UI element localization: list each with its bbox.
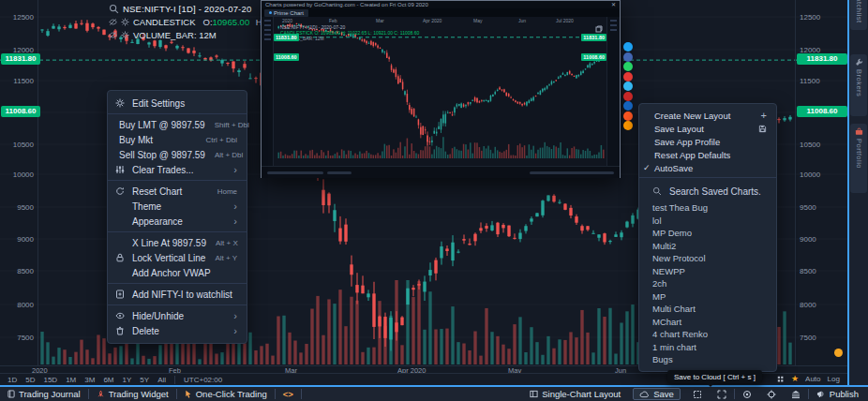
menu-item-add-to-watchlist[interactable]: Add NIFTY-I to watchlist: [108, 287, 247, 302]
trading-journal-button[interactable]: Trading Journal: [0, 387, 88, 401]
eye-off-icon[interactable]: [109, 18, 117, 26]
price-tick: 7500: [0, 334, 34, 342]
menu-item-lock-vertical-line[interactable]: Lock Vertical Line Alt + Y: [108, 250, 247, 265]
gear-icon[interactable]: [121, 31, 129, 39]
timeframe-15d[interactable]: 15D: [43, 376, 57, 384]
menu-item-edit-settings[interactable]: Edit Settings: [108, 96, 247, 111]
timeframe-5y[interactable]: 5Y: [140, 376, 149, 384]
refresh-icon: [115, 186, 127, 196]
screenshot-button[interactable]: [685, 387, 710, 401]
single-chart-layout-button[interactable]: Single-Chart Layout: [522, 387, 628, 401]
timeframe-1m[interactable]: 1M: [66, 376, 76, 384]
menu-item-hide-unhide[interactable]: Hide/Unhide ›: [108, 308, 247, 323]
code-widget-button[interactable]: <>: [276, 387, 301, 401]
saved-chart-item[interactable]: 2ch: [639, 277, 776, 290]
saved-chart-item[interactable]: 1 min chart: [639, 341, 776, 354]
record-button[interactable]: [735, 387, 759, 401]
saved-chart-item[interactable]: MP: [639, 290, 776, 304]
timeframe-3m[interactable]: 3M: [84, 376, 95, 384]
scroll-to-realtime-button[interactable]: [834, 349, 843, 357]
menu-item-sell-stop[interactable]: Sell Stop @ 9897.59 Alt + Dbl: [108, 147, 247, 162]
saved-charts-search-input[interactable]: Search Saved Charts.: [639, 181, 776, 201]
saved-chart-item[interactable]: New Protocol: [639, 252, 776, 265]
saved-chart-item[interactable]: Multi Chart: [639, 303, 776, 316]
menu-item-add-anchor-vwap[interactable]: Add Anchor VWAP: [108, 265, 247, 280]
one-click-trading-button[interactable]: One-Click Trading: [177, 387, 275, 401]
timeframe-5d[interactable]: 5D: [25, 376, 35, 384]
share-weibo-icon[interactable]: [623, 92, 633, 101]
log-scale-toggle[interactable]: Log: [828, 375, 840, 383]
timeframe-1y[interactable]: 1Y: [123, 376, 132, 384]
lock-icon: [115, 253, 127, 262]
eye-off-icon[interactable]: [109, 31, 117, 39]
sidebar-tab-brokers[interactable]: Brokers: [850, 54, 867, 116]
menu-item-save-app-profile[interactable]: Save App Profile: [639, 135, 776, 148]
saved-chart-item[interactable]: 4 chart Renko: [639, 328, 776, 341]
sidebar-tab-portfolio[interactable]: Portfolio: [850, 124, 867, 193]
popup-level-badge: 11831.80: [274, 34, 299, 41]
share-blogger-icon[interactable]: [623, 121, 633, 130]
popup-close-icon[interactable]: ✕: [611, 1, 616, 8]
menu-item-theme[interactable]: Theme ›: [108, 199, 247, 214]
level-price-badge: 11831.80: [1, 53, 40, 65]
bottom-bar-left-group: Trading Journal Trading Widget One-Click…: [0, 387, 302, 401]
menu-item-save-layout[interactable]: Save Layout: [639, 122, 776, 135]
auto-scale-toggle[interactable]: Auto: [805, 375, 820, 383]
target-button[interactable]: [759, 387, 784, 401]
candlestick-study-label[interactable]: CANDLESTICK: [133, 17, 196, 27]
share-twitter-icon[interactable]: [623, 42, 633, 52]
gear-icon[interactable]: [121, 18, 129, 26]
menu-item-label: Hide/Unhide: [132, 311, 224, 321]
saved-chart-item[interactable]: Bugs: [639, 353, 776, 366]
saved-chart-item[interactable]: Multi2: [639, 240, 776, 253]
divider: [174, 376, 175, 384]
sidebar-tab-watchlist[interactable]: Watchlist: [850, 0, 867, 30]
save-button[interactable]: Save: [633, 388, 681, 400]
price-tick: 9000: [800, 235, 816, 244]
menu-shortcut: Home: [217, 187, 237, 196]
trading-widget-button[interactable]: Trading Widget: [89, 387, 176, 401]
submenu-arrow-icon: ›: [233, 165, 237, 174]
price-tick: 12500: [800, 13, 820, 22]
menu-item-label: Buy Mkt: [119, 135, 196, 145]
saved-chart-item[interactable]: MP Demo: [639, 227, 776, 240]
timeframe-1d[interactable]: 1D: [7, 376, 17, 384]
menu-item-x-line[interactable]: X Line At 9897.59 Alt + X: [108, 235, 247, 250]
menu-item-appearance[interactable]: Appearance ›: [108, 214, 247, 229]
share-pinterest-icon[interactable]: [623, 72, 633, 82]
symbol-search-icon[interactable]: [109, 4, 119, 14]
favorite-star-icon[interactable]: ★: [791, 375, 799, 383]
symbol-title[interactable]: NSE:NIFTY-I [1D] - 2020-07-20: [123, 4, 251, 14]
price-tick: 8500: [0, 267, 34, 275]
timeframe-all[interactable]: All: [157, 376, 166, 384]
saved-chart-item[interactable]: lol: [639, 215, 776, 228]
timeframe-6m[interactable]: 6M: [103, 376, 113, 384]
grid-settings-icon[interactable]: [776, 375, 785, 383]
menu-item-delete[interactable]: Delete ›: [108, 323, 247, 338]
save-tooltip: Save to Cloud [ Ctrl + s ]: [667, 370, 762, 383]
popup-date-label: Apr 2020: [423, 18, 441, 23]
exchange-button[interactable]: [784, 387, 808, 401]
share-linkedin-icon[interactable]: [623, 101, 633, 111]
menu-item-reset-app-defaults[interactable]: Reset App Defaults: [639, 148, 776, 161]
share-reddit-icon[interactable]: [623, 111, 633, 121]
chart-context-menu: Edit Settings Buy LMT @ 9897.59 Shift + …: [107, 90, 247, 344]
fullscreen-button[interactable]: [710, 387, 734, 401]
publish-button[interactable]: Publish: [809, 387, 868, 401]
menu-item-buy-mkt[interactable]: Buy Mkt Ctrl + Dbl: [108, 132, 247, 147]
price-tick: 12500: [0, 13, 34, 22]
menu-item-label: X Line At 9897.59: [132, 238, 206, 248]
menu-item-reset-chart[interactable]: Reset Chart Home: [108, 184, 247, 199]
menu-item-clear-trades[interactable]: Clear Trades... ›: [108, 162, 247, 177]
volume-study-label[interactable]: VOLUME_BAR: 12M: [133, 30, 217, 40]
menu-item-buy-lmt[interactable]: Buy LMT @ 9897.59 Shift + Dbl: [108, 117, 247, 132]
saved-chart-item[interactable]: MChart: [639, 316, 776, 329]
menu-item-autosave[interactable]: ✓ AutoSave: [639, 161, 776, 174]
share-whatsapp-icon[interactable]: [623, 62, 633, 71]
saved-chart-item[interactable]: test Thea Bug: [639, 201, 776, 215]
share-facebook-icon[interactable]: [623, 52, 633, 62]
share-telegram-icon[interactable]: [623, 82, 633, 91]
menu-item-create-new-layout[interactable]: Create New Layout +: [639, 109, 776, 122]
saved-chart-item[interactable]: NEWPP: [639, 265, 776, 278]
timezone-selector[interactable]: UTC+02:00: [184, 376, 222, 384]
